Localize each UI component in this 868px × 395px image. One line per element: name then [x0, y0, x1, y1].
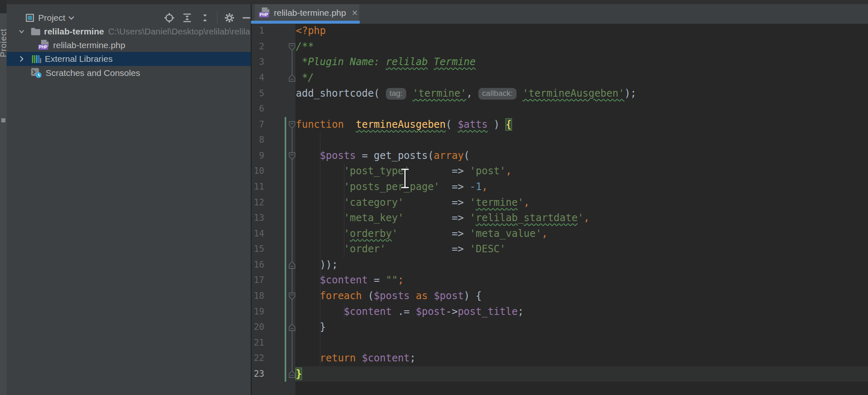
code-token: ; — [410, 352, 416, 364]
chevron-down-icon[interactable] — [17, 27, 26, 36]
code-line[interactable]: <?php — [296, 23, 326, 39]
tree-item-php-file[interactable]: PHP relilab-termine.php — [7, 38, 251, 52]
code-token — [410, 290, 416, 302]
stripe-tool-icon[interactable] — [1, 118, 5, 122]
fold-marker[interactable] — [289, 74, 295, 82]
locate-file-icon[interactable] — [164, 12, 175, 23]
code-line[interactable]: 'meta_key' => 'relilab_startdate', — [296, 210, 590, 226]
code-token: -1 — [470, 181, 482, 193]
tree-item-scratches[interactable]: Scratches and Consoles — [7, 66, 251, 80]
code-token: Termine — [434, 56, 475, 68]
code-token: foreach — [320, 290, 362, 302]
code-token — [296, 306, 344, 317]
line-number: 21 — [232, 335, 264, 351]
line-number: 16 — [232, 257, 264, 273]
code-line[interactable]: *Plugin Name: relilab Termine — [296, 54, 476, 70]
code-line[interactable]: )); — [296, 257, 338, 273]
code-token: tag: — [386, 88, 407, 100]
code-token: return — [320, 352, 356, 364]
fold-marker[interactable] — [289, 324, 295, 331]
settings-gear-icon[interactable] — [224, 12, 235, 23]
project-panel-header: Project — [7, 4, 251, 23]
line-number: 12 — [232, 195, 264, 211]
fold-marker[interactable] — [289, 121, 295, 129]
code-token — [404, 197, 452, 208]
code-token: -> — [446, 306, 458, 317]
code-token: { — [506, 119, 512, 130]
code-token: , — [466, 88, 478, 99]
code-token — [428, 290, 434, 302]
fold-marker[interactable] — [289, 261, 295, 269]
fold-marker[interactable] — [289, 371, 295, 378]
code-token: *Plugin Name: — [296, 56, 386, 68]
code-token — [398, 228, 452, 239]
code-line[interactable]: */ — [296, 70, 314, 86]
line-number: 20 — [232, 319, 264, 335]
code-token: ( — [464, 150, 470, 161]
code-token: as — [416, 290, 428, 302]
code-token: */ — [296, 72, 314, 83]
expand-all-icon[interactable] — [182, 12, 193, 23]
code-line[interactable]: 'posts_per_page' => -1, — [296, 179, 488, 195]
code-token — [406, 88, 412, 99]
code-token: function — [296, 119, 344, 130]
code-line[interactable]: foreach ($posts as $post) { — [296, 288, 482, 304]
code-line[interactable]: function termineAusgeben( $atts ) { — [296, 117, 512, 133]
project-panel-title[interactable]: Project — [38, 13, 65, 23]
code-line[interactable]: /** — [296, 39, 314, 55]
tree-item-label: External Libraries — [45, 54, 112, 64]
code-token: => — [452, 165, 470, 177]
fold-marker[interactable] — [289, 152, 295, 160]
code-token: , — [506, 165, 512, 177]
code-token: $content — [320, 274, 368, 286]
chevron-right-icon[interactable] — [17, 55, 26, 63]
tree-item-external-libraries[interactable]: External Libraries — [7, 52, 251, 66]
code-line[interactable]: 'category' => 'termine', — [296, 195, 530, 211]
code-line[interactable]: $content = ""; — [296, 273, 404, 288]
tab-relilab-termine[interactable]: PHP relilab-termine.php × — [255, 4, 359, 21]
line-number: 17 — [232, 273, 264, 288]
code-token: $post — [416, 306, 446, 317]
code-token: => — [452, 197, 470, 208]
close-icon[interactable]: × — [352, 9, 358, 17]
code-token: callback: — [478, 88, 517, 100]
code-token: 'termine' — [412, 88, 466, 99]
code-line[interactable]: } — [296, 319, 326, 335]
code-token — [296, 197, 344, 208]
code-line[interactable]: return $content; — [296, 351, 416, 366]
code-line[interactable]: $content .= $post->post_title; — [296, 304, 524, 320]
tree-item-project-root[interactable]: relilab-termine C:\Users\Daniel\Desktop\… — [7, 24, 251, 39]
code-token: = — [356, 150, 374, 161]
code-token — [344, 119, 356, 130]
line-number: 2 — [232, 39, 264, 55]
code-token: ; — [518, 306, 524, 317]
code-token — [296, 228, 344, 239]
line-number: 19 — [232, 304, 264, 320]
mouse-text-cursor — [397, 168, 412, 189]
fold-marker[interactable] — [289, 43, 295, 51]
code-token: 'meta_key' — [344, 212, 404, 224]
fold-marker[interactable] — [289, 293, 295, 300]
code-token — [296, 243, 344, 255]
code-token: ' — [344, 197, 350, 208]
code-token — [386, 243, 452, 255]
code-token: ( — [446, 119, 458, 130]
code-line[interactable]: add_shortcode( tag: 'termine', callback:… — [296, 86, 636, 102]
toolbar-divider — [217, 11, 217, 24]
code-line[interactable]: 'orderby' => 'meta_value', — [296, 226, 548, 242]
collapse-all-icon[interactable] — [200, 12, 210, 23]
caret-line-highlight — [295, 366, 868, 382]
library-icon — [32, 54, 41, 63]
code-line[interactable]: $posts = get_posts(array( — [296, 148, 470, 164]
line-number: 7 — [232, 117, 264, 133]
code-token — [428, 56, 434, 68]
chevron-down-icon[interactable] — [68, 15, 75, 20]
project-view-icon — [25, 13, 35, 23]
code-token — [296, 212, 344, 224]
code-token: array — [434, 150, 463, 161]
line-number: 9 — [232, 148, 264, 164]
code-token: 'order' — [344, 243, 386, 255]
code-line[interactable]: 'order' => 'DESC' — [296, 241, 506, 257]
code-line[interactable]: } — [296, 366, 302, 382]
code-token: ( — [362, 290, 374, 302]
